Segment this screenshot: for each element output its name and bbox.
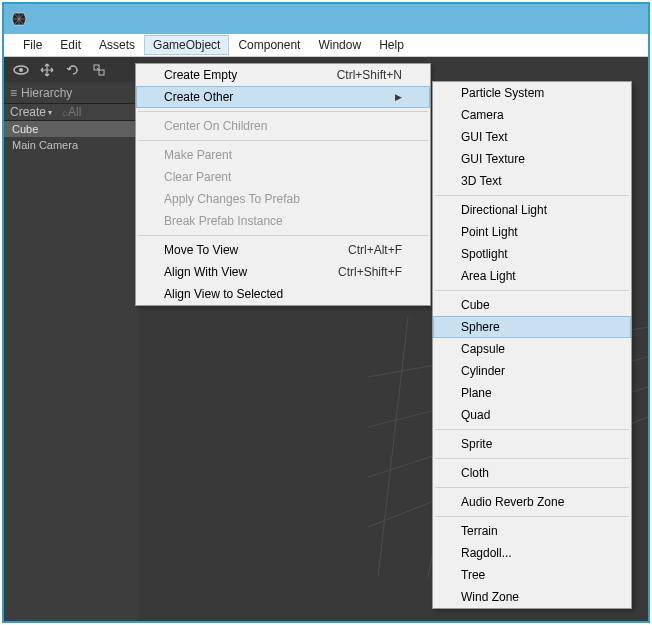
hierarchy-tab[interactable]: ≡ Hierarchy (4, 84, 138, 101)
menu-item-cloth[interactable]: Cloth (433, 462, 631, 484)
menu-item-particle-system[interactable]: Particle System (433, 82, 631, 104)
menu-item-label: Cube (461, 298, 490, 312)
menu-item-wind-zone[interactable]: Wind Zone (433, 586, 631, 608)
menu-edit[interactable]: Edit (51, 35, 90, 55)
menu-item-break-prefab-instance: Break Prefab Instance (136, 210, 430, 232)
menu-item-sprite[interactable]: Sprite (433, 433, 631, 455)
menu-shortcut: Ctrl+Shift+N (337, 68, 402, 82)
menu-item-plane[interactable]: Plane (433, 382, 631, 404)
menu-item-label: Spotlight (461, 247, 508, 261)
menu-item-label: Area Light (461, 269, 516, 283)
menu-item-center-on-children: Center On Children (136, 115, 430, 137)
menu-item-camera[interactable]: Camera (433, 104, 631, 126)
menu-item-label: Directional Light (461, 203, 547, 217)
menu-item-label: Camera (461, 108, 504, 122)
menu-item-ragdoll-[interactable]: Ragdoll... (433, 542, 631, 564)
toolbar (4, 57, 138, 82)
menu-separator (435, 516, 629, 517)
rotate-tool-button[interactable] (60, 60, 85, 80)
menu-separator (435, 458, 629, 459)
eye-icon (12, 63, 30, 77)
menu-item-label: GUI Texture (461, 152, 525, 166)
hierarchy-toolbar: Create ▾ ⌕All (4, 103, 138, 121)
menu-item-3d-text[interactable]: 3D Text (433, 170, 631, 192)
menu-item-align-with-view[interactable]: Align With ViewCtrl+Shift+F (136, 261, 430, 283)
menu-separator (435, 429, 629, 430)
menu-item-tree[interactable]: Tree (433, 564, 631, 586)
menu-item-clear-parent: Clear Parent (136, 166, 430, 188)
menu-item-capsule[interactable]: Capsule (433, 338, 631, 360)
menu-item-label: Break Prefab Instance (164, 214, 283, 228)
menu-item-audio-reverb-zone[interactable]: Audio Reverb Zone (433, 491, 631, 513)
menu-item-label: Audio Reverb Zone (461, 495, 564, 509)
menu-item-label: Align View to Selected (164, 287, 283, 301)
menu-item-label: GUI Text (461, 130, 507, 144)
menu-item-cylinder[interactable]: Cylinder (433, 360, 631, 382)
menu-item-label: Cloth (461, 466, 489, 480)
menu-shortcut: Ctrl+Shift+F (338, 265, 402, 279)
hierarchy-item[interactable]: Main Camera (4, 137, 138, 153)
menu-item-label: Terrain (461, 524, 498, 538)
menu-item-label: Sprite (461, 437, 492, 451)
menu-item-create-empty[interactable]: Create EmptyCtrl+Shift+N (136, 64, 430, 86)
svg-point-1 (19, 68, 23, 72)
chevron-right-icon: ▶ (395, 92, 402, 102)
menu-item-terrain[interactable]: Terrain (433, 520, 631, 542)
menu-item-label: Center On Children (164, 119, 267, 133)
menu-shortcut: Ctrl+Alt+F (348, 243, 402, 257)
menu-separator (435, 290, 629, 291)
menu-item-align-view-to-selected[interactable]: Align View to Selected (136, 283, 430, 305)
menu-component[interactable]: Component (229, 35, 309, 55)
menu-item-label: Align With View (164, 265, 247, 279)
menu-item-label: Sphere (461, 320, 500, 334)
menu-item-quad[interactable]: Quad (433, 404, 631, 426)
menu-item-cube[interactable]: Cube (433, 294, 631, 316)
titlebar[interactable] (4, 4, 648, 34)
scale-icon (91, 62, 107, 78)
menu-separator (435, 487, 629, 488)
menu-item-label: Particle System (461, 86, 544, 100)
menu-item-label: 3D Text (461, 174, 501, 188)
menu-item-label: Create Empty (164, 68, 237, 82)
menu-separator (138, 235, 428, 236)
menu-help[interactable]: Help (370, 35, 413, 55)
menu-item-move-to-view[interactable]: Move To ViewCtrl+Alt+F (136, 239, 430, 261)
hierarchy-tab-label: Hierarchy (21, 86, 72, 100)
menu-item-label: Ragdoll... (461, 546, 512, 560)
menu-item-area-light[interactable]: Area Light (433, 265, 631, 287)
menu-item-apply-changes-to-prefab: Apply Changes To Prefab (136, 188, 430, 210)
menu-window[interactable]: Window (309, 35, 370, 55)
svg-rect-3 (99, 70, 104, 75)
menu-item-label: Make Parent (164, 148, 232, 162)
menu-item-gui-texture[interactable]: GUI Texture (433, 148, 631, 170)
menu-item-point-light[interactable]: Point Light (433, 221, 631, 243)
move-tool-button[interactable] (34, 60, 59, 80)
menu-item-create-other[interactable]: Create Other▶ (136, 86, 430, 108)
svg-line-8 (378, 317, 408, 577)
menu-gameobject[interactable]: GameObject (144, 35, 229, 55)
create-other-submenu: Particle SystemCameraGUI TextGUI Texture… (432, 81, 632, 609)
chevron-down-icon: ▾ (48, 108, 52, 117)
menu-file[interactable]: File (14, 35, 51, 55)
menu-item-spotlight[interactable]: Spotlight (433, 243, 631, 265)
menu-item-label: Apply Changes To Prefab (164, 192, 300, 206)
menu-item-directional-light[interactable]: Directional Light (433, 199, 631, 221)
menu-item-label: Capsule (461, 342, 505, 356)
menu-assets[interactable]: Assets (90, 35, 144, 55)
scale-tool-button[interactable] (86, 60, 111, 80)
hierarchy-item[interactable]: Cube (4, 121, 138, 137)
menu-item-make-parent: Make Parent (136, 144, 430, 166)
rotate-icon (65, 62, 81, 78)
create-dropdown[interactable]: Create ▾ (4, 105, 58, 119)
menu-item-label: Point Light (461, 225, 518, 239)
hand-tool-button[interactable] (8, 60, 33, 80)
menu-item-label: Clear Parent (164, 170, 231, 184)
menu-item-sphere[interactable]: Sphere (433, 316, 631, 338)
hierarchy-search[interactable]: ⌕All (58, 105, 81, 119)
menu-item-label: Tree (461, 568, 485, 582)
menu-item-label: Create Other (164, 90, 233, 104)
menu-separator (138, 111, 428, 112)
menu-item-gui-text[interactable]: GUI Text (433, 126, 631, 148)
hierarchy-list: CubeMain Camera (4, 121, 138, 153)
menu-separator (435, 195, 629, 196)
